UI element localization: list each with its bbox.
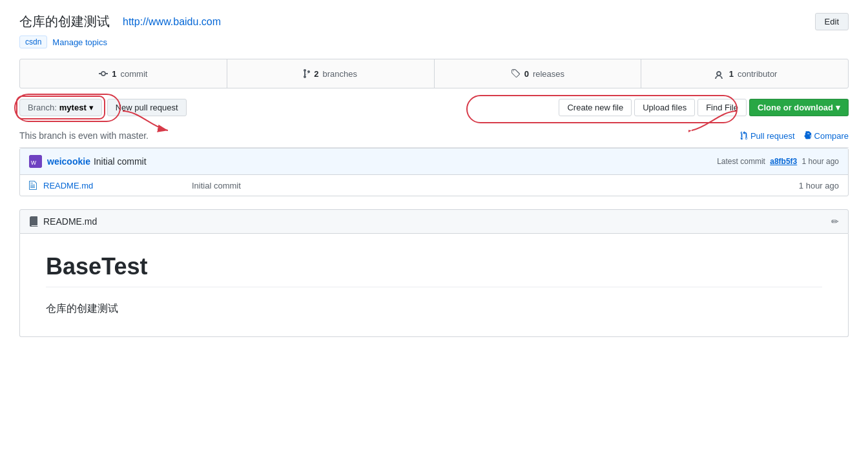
file-row: README.md Initial commit 1 hour ago [20, 175, 848, 196]
new-pull-request-button[interactable]: New pull request [107, 99, 187, 116]
commit-author[interactable]: weicookie [47, 156, 90, 167]
stat-contributors[interactable]: 1 contributor [641, 59, 848, 88]
readme-header: README.md ✏ [19, 209, 849, 234]
compare-link[interactable]: Compare [804, 131, 849, 141]
manage-topics-link[interactable]: Manage topics [52, 37, 107, 47]
pull-request-icon [740, 131, 748, 140]
clone-chevron-icon: ▾ [836, 103, 840, 112]
branch-name-text: mytest [59, 103, 87, 112]
branch-icon [304, 68, 310, 79]
commit-message[interactable]: Initial commit [94, 156, 147, 167]
file-time: 1 hour ago [799, 181, 839, 190]
commits-label: commit [121, 69, 148, 79]
chevron-down-icon: ▾ [89, 103, 94, 112]
repo-title: 仓库的创建测试 [19, 13, 110, 30]
stat-branches[interactable]: 2 branches [227, 59, 435, 88]
commit-meta: Latest commit a8fb5f3 1 hour ago [717, 157, 839, 166]
contributors-label: contributor [738, 69, 777, 79]
commit-icon [99, 68, 108, 79]
repo-url-link[interactable]: http://www.baidu.com [123, 16, 221, 28]
branches-count: 2 [314, 69, 318, 79]
pull-request-link[interactable]: Pull request [740, 131, 795, 141]
commit-hash-link[interactable]: a8fb5f3 [770, 157, 797, 166]
stat-commits[interactable]: 1 commit [20, 59, 227, 88]
pull-request-label: Pull request [750, 131, 795, 141]
topic-tag-csdn[interactable]: csdn [19, 36, 47, 48]
commit-time: 1 hour ago [802, 157, 839, 166]
stats-bar: 1 commit 2 branches 0 releases 1 contrib… [19, 59, 849, 88]
readme-title-text: README.md [43, 216, 97, 227]
branches-label: branches [323, 69, 357, 79]
file-name-link[interactable]: README.md [43, 181, 185, 190]
readme-heading: BaseTest [46, 253, 822, 287]
tag-icon [511, 68, 521, 79]
compare-label: Compare [814, 131, 849, 141]
branch-selector[interactable]: Branch: mytest ▾ [19, 99, 102, 116]
svg-text:w: w [30, 158, 36, 166]
author-avatar: w [29, 155, 42, 168]
clone-or-download-button[interactable]: Clone or download ▾ [749, 99, 849, 116]
commit-row: w weicookie Initial commit Latest commit… [20, 149, 848, 175]
upload-files-button[interactable]: Upload files [634, 99, 695, 116]
file-icon [29, 180, 37, 190]
right-arrow-annotation [688, 108, 740, 140]
edit-button[interactable]: Edit [815, 13, 849, 30]
commits-count: 1 [112, 69, 116, 79]
create-new-file-button[interactable]: Create new file [559, 99, 632, 116]
latest-commit-label: Latest commit [717, 157, 765, 166]
releases-label: releases [533, 69, 564, 79]
file-commit-msg: Initial commit [192, 181, 792, 190]
branch-status-message: This branch is even with master. [19, 130, 149, 141]
readme-edit-icon[interactable]: ✏ [831, 216, 839, 227]
branch-label-text: Branch: [28, 103, 57, 112]
compare-icon [804, 131, 812, 140]
contributors-count: 1 [729, 69, 734, 79]
readme-icon [29, 216, 39, 227]
people-icon [712, 68, 725, 79]
stat-releases[interactable]: 0 releases [435, 59, 642, 88]
releases-count: 0 [524, 69, 529, 79]
readme-content: BaseTest 仓库的创建测试 [19, 234, 849, 337]
clone-label-text: Clone or download [758, 103, 833, 112]
readme-body-text: 仓库的创建测试 [46, 300, 822, 317]
